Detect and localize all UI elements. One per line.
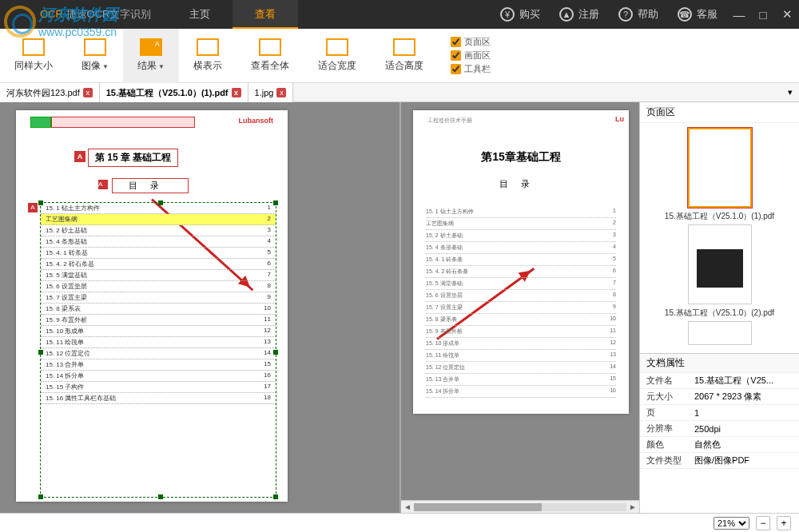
toc-title: 目录 xyxy=(413,178,629,190)
toc-line: 15. 8 梁系表10 xyxy=(426,314,616,326)
toc-line: 15. 7 设置主梁9 xyxy=(41,292,276,304)
brand-logo: Lu xyxy=(615,115,624,123)
thumbnail-3[interactable] xyxy=(645,321,794,345)
prop-type: 文件类型图像/图像PDF xyxy=(640,453,799,469)
check-toolbar[interactable]: 工具栏 xyxy=(451,63,491,75)
tool-image[interactable]: 图像 xyxy=(67,29,123,83)
toc-line: 15. 11 绘筏单13 xyxy=(41,337,276,348)
tool-view-checks: 页面区 画面区 工具栏 xyxy=(438,36,503,75)
app-title: OCR 捷速OCR文字识别 xyxy=(0,7,167,22)
toc-line: 15. 5 满堂基础7 xyxy=(41,270,276,281)
fit-width-icon xyxy=(326,38,348,56)
scrollbar-thumb[interactable] xyxy=(414,503,542,511)
result-icon: A xyxy=(140,38,162,56)
toc-line: 15. 2 砂土基础3 xyxy=(426,230,616,242)
minimize-button[interactable]: — xyxy=(727,8,751,22)
doctab-1[interactable]: 河东软件园123.pdfx xyxy=(0,83,100,102)
sidebar-title: 页面区 xyxy=(640,102,799,123)
zoom-out-button[interactable]: − xyxy=(756,516,770,530)
toc-line: 15. 12 位置定位14 xyxy=(426,362,616,374)
zoom-select[interactable]: 21% xyxy=(714,517,749,530)
toc-line: 15. 15 子构件17 xyxy=(41,382,276,393)
page-preview-left[interactable]: Lubansoft A第 15 章 基础工程 A目录 A 15. 1 钻土主方构… xyxy=(16,110,288,502)
toc-line: 15. 4. 1 砖条基5 xyxy=(426,254,616,266)
menu-view[interactable]: 查看 xyxy=(233,0,298,29)
close-button[interactable]: ✕ xyxy=(775,7,799,22)
help-button[interactable]: ?帮助 xyxy=(609,0,668,29)
phone-icon: ☎ xyxy=(678,7,692,22)
register-button[interactable]: ▲注册 xyxy=(550,0,609,29)
toc-line: 15. 13 合并单15 xyxy=(426,374,616,386)
help-icon: ? xyxy=(618,7,633,22)
brand-logo: Lubansoft xyxy=(239,117,274,125)
toc-text-region[interactable]: A 15. 1 钻土主方构件1工艺图集纲215. 2 砂土基础315. 4 条形… xyxy=(40,202,276,498)
doctab-2[interactable]: 15.基础工程（V25.1.0）(1).pdfx xyxy=(100,83,248,102)
user-icon: ▲ xyxy=(559,7,574,22)
toc-line: 15. 2 砂土基础3 xyxy=(41,225,276,236)
toc-line: 15. 9 布置外桩11 xyxy=(41,315,276,326)
tool-view-all[interactable]: 查看全体 xyxy=(237,29,304,83)
header-region: Lubansoft xyxy=(30,117,273,128)
tabs-dropdown[interactable]: ▾ xyxy=(781,87,799,97)
service-button[interactable]: ☎客服 xyxy=(668,0,727,29)
maximize-button[interactable]: □ xyxy=(751,8,775,22)
sidebar: 页面区 15.基础工程（V25.1.0）(1).pdf 15.基础工程（V25.… xyxy=(639,102,799,513)
chapter-title: 第15章基础工程 xyxy=(413,150,629,165)
toc-line: 15. 5 满堂基础7 xyxy=(426,278,616,290)
tool-horizontal[interactable]: 横表示 xyxy=(179,29,237,83)
toc-line: 15. 12 位置定位14 xyxy=(41,348,276,359)
toc-line: 15. 8 梁系表10 xyxy=(41,304,276,315)
tool-result[interactable]: A结果 xyxy=(123,29,179,83)
image-icon xyxy=(84,38,106,56)
toc-title-region[interactable]: A目录 xyxy=(112,178,189,193)
tool-same-size[interactable]: 同样大小 xyxy=(0,29,67,83)
cart-icon: ¥ xyxy=(500,7,515,22)
fit-height-icon xyxy=(393,38,415,56)
chapter-title-region[interactable]: A第 15 章 基础工程 xyxy=(88,149,178,167)
toc-line: 15. 1 钻土主方构件1 xyxy=(426,206,616,218)
document-properties: 文档属性 文件名15.基础工程（V25... 元大小2067 * 2923 像素… xyxy=(640,353,799,469)
original-image-pane: 工程造价技术手册 Lu 第15章基础工程 目录 15. 1 钻土主方构件1工艺图… xyxy=(400,102,639,513)
page-preview-right[interactable]: 工程造价技术手册 Lu 第15章基础工程 目录 15. 1 钻土主方构件1工艺图… xyxy=(413,110,629,414)
doctab-3[interactable]: 1.jpgx xyxy=(248,83,294,102)
same-size-icon xyxy=(22,38,45,56)
tool-fit-width[interactable]: 适合宽度 xyxy=(304,29,371,83)
toc-line: 15. 10 形成单12 xyxy=(41,326,276,337)
ocr-result-pane: Lubansoft A第 15 章 基础工程 A目录 A 15. 1 钻土主方构… xyxy=(0,102,400,513)
toc-line: 15. 14 拆分单16 xyxy=(426,386,616,398)
close-icon[interactable]: x xyxy=(276,88,286,97)
toc-line: 15. 7 设置主梁9 xyxy=(426,302,616,314)
toc-line: 工艺图集纲2 xyxy=(426,218,616,230)
check-page-area[interactable]: 页面区 xyxy=(451,36,491,48)
close-icon[interactable]: x xyxy=(83,88,93,97)
close-icon[interactable]: x xyxy=(232,88,241,97)
toc-line: 15. 9 布置外桩11 xyxy=(426,326,616,338)
tool-fit-height[interactable]: 适合高度 xyxy=(371,29,438,83)
toc-line: 15. 14 拆分单16 xyxy=(41,371,276,382)
horizontal-icon xyxy=(197,38,219,56)
horizontal-scrollbar[interactable]: ◄ ► xyxy=(401,500,639,513)
thumbnail-list: 15.基础工程（V25.1.0）(1).pdf 15.基础工程（V25.1.0）… xyxy=(640,123,799,353)
buy-button[interactable]: ¥购买 xyxy=(491,0,550,29)
toolbar: 同样大小 图像 A结果 横表示 查看全体 适合宽度 适合高度 页面区 画面区 工… xyxy=(0,29,799,83)
workarea: Lubansoft A第 15 章 基础工程 A目录 A 15. 1 钻土主方构… xyxy=(0,102,799,513)
toc-line: 15. 4 条形基础4 xyxy=(426,242,616,254)
toc-line: 15. 4. 1 砖条基5 xyxy=(41,248,276,259)
scroll-left-icon[interactable]: ◄ xyxy=(401,502,414,511)
zoom-in-button[interactable]: + xyxy=(777,516,791,530)
thumbnail-1[interactable]: 15.基础工程（V25.1.0）(1).pdf xyxy=(645,128,794,221)
toc-line: 工艺图集纲2 xyxy=(41,214,276,225)
prop-size: 元大小2067 * 2923 像素 xyxy=(640,389,799,405)
toc-line: 15. 6 设置垫层8 xyxy=(41,281,276,292)
scroll-right-icon[interactable]: ► xyxy=(626,502,639,511)
titlebar: OCR 捷速OCR文字识别 主页 查看 ¥购买 ▲注册 ?帮助 ☎客服 — □ … xyxy=(0,0,799,29)
toc-line: 15. 6 设置垫层8 xyxy=(426,290,616,302)
document-tabs: 河东软件园123.pdfx 15.基础工程（V25.1.0）(1).pdfx 1… xyxy=(0,83,799,102)
props-title: 文档属性 xyxy=(640,354,799,373)
menu-home[interactable]: 主页 xyxy=(167,0,233,29)
toc-line: 15. 11 绘筏单13 xyxy=(426,350,616,362)
check-image-area[interactable]: 画面区 xyxy=(451,50,491,62)
toc-line: 15. 16 属性工具栏布基础18 xyxy=(41,393,276,404)
thumbnail-2[interactable]: 15.基础工程（V25.1.0）(2).pdf xyxy=(645,224,794,318)
toc-line: 15. 4. 2 砖石条基6 xyxy=(426,266,616,278)
